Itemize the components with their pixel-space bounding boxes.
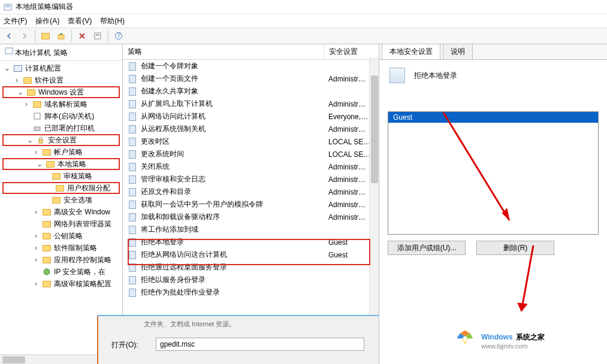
open-label: 打开(O): [111,340,138,350]
policy-name: 创建一个令牌对象 [141,61,328,71]
svg-rect-2 [5,7,10,7]
node-software-settings[interactable]: ›软件设置 [0,74,122,86]
policy-row[interactable]: 还原文件和目录Administr… [123,186,379,198]
policy-row[interactable]: 关闭系统Administr… [123,160,379,173]
titlebar: 本地组策略编辑器 [0,0,607,14]
svg-rect-9 [5,48,13,54]
policy-row[interactable]: 创建一个令牌对象 [123,60,379,72]
node-printers[interactable]: 已部署的打印机 [0,122,122,134]
window-title: 本地组策略编辑器 [16,2,73,12]
policy-row[interactable]: 创建一个页面文件Administr… [123,72,379,85]
help-button[interactable]: ? [112,29,125,43]
policy-name: 获取同一会话中另一个用户的模拟令牌 [141,199,328,210]
policy-icon [128,288,137,298]
node-computer-config[interactable]: ⌄计算机配置 [0,62,122,74]
node-adv-audit[interactable]: ›高级审核策略配置 [0,278,122,290]
add-user-button[interactable]: 添加用户或组(U)... [388,241,466,255]
node-ip-sec[interactable]: IP 安全策略，在 [0,266,122,278]
delete-button[interactable] [76,29,89,43]
policy-name: 拒绝作为批处理作业登录 [141,287,328,298]
run-dialog-fragment: 文件夹、文档或 Internet 资源。 打开(O): [97,315,379,364]
node-net-list[interactable]: 网络列表管理器策 [0,218,122,230]
policy-row[interactable]: 拒绝作为批处理作业登录 [123,286,379,299]
policy-name: 从网络访问此计算机 [141,111,328,122]
policy-name: 拒绝通过远程桌面服务登录 [141,262,328,272]
policy-name: 从远程系统强制关机 [141,124,328,134]
node-account-policy[interactable]: ›帐户策略 [0,146,122,158]
policy-row[interactable]: 拒绝以服务身份登录 [123,274,379,286]
svg-rect-5 [96,34,99,35]
selected-user[interactable]: Guest [388,112,598,123]
windows-logo-icon [455,329,475,350]
node-scripts[interactable]: 脚本(启动/关机) [0,110,122,122]
run-input[interactable] [156,338,364,351]
node-sw-restrict[interactable]: ›软件限制策略 [0,242,122,254]
policy-row[interactable]: 从扩展坞上取下计算机Administr… [123,98,379,110]
tab-description[interactable]: 说明 [443,44,473,60]
policy-row[interactable]: 创建永久共享对象 [123,85,379,98]
policy-row[interactable]: 将工作站添加到域 [123,223,379,236]
policy-icon [388,66,407,85]
menu-file[interactable]: 文件(F) [4,16,27,26]
policy-row[interactable]: 拒绝通过远程桌面服务登录 [123,261,379,274]
policy-name: 创建一个页面文件 [141,74,328,84]
svg-text:?: ? [117,32,121,40]
tab-local-security[interactable]: 本地安全设置 [382,44,440,60]
node-security-settings[interactable]: ⌄安全设置 [2,134,120,146]
policy-name: 关闭系统 [141,162,328,172]
up-button[interactable] [55,29,68,43]
policy-icon [128,225,137,235]
policy-row[interactable]: 拒绝本地登录Guest [123,236,379,248]
detail-tabs: 本地安全设置 说明 [379,44,607,60]
forward-button[interactable] [18,29,31,43]
node-security-options[interactable]: 安全选项 [0,194,122,206]
svg-rect-11 [34,127,40,131]
app-icon [4,3,12,11]
policy-icon [128,74,137,84]
policy-name: 管理审核和安全日志 [141,174,328,184]
node-audit-policy[interactable]: 审核策略 [0,170,122,182]
node-local-policy[interactable]: ⌄本地策略 [2,158,120,170]
svg-rect-12 [39,139,43,143]
run-hint: 文件夹、文档或 Internet 资源。 [144,320,235,329]
policy-icon [128,187,137,197]
open-button[interactable] [39,29,52,43]
svg-rect-10 [34,113,40,119]
svg-rect-1 [5,5,10,6]
policy-row[interactable]: 管理审核和安全日志Administr… [123,173,379,186]
tree-root[interactable]: 本地计算机 策略 [0,44,122,61]
policy-icon [128,213,137,222]
policy-row[interactable]: 从远程系统强制关机Administr… [123,123,379,135]
delete-button[interactable]: 删除(R) [476,241,554,255]
policy-name: 拒绝从网络访问这台计算机 [141,250,328,260]
brand-text: 系统之家 [516,333,545,341]
back-button[interactable] [2,29,16,43]
policy-icon [128,137,137,147]
svg-rect-6 [96,35,99,36]
policy-name: 加载和卸载设备驱动程序 [141,212,328,222]
policy-icon [128,275,137,285]
policy-row[interactable]: 更改时区LOCAL SE… [123,135,379,148]
node-windows-settings[interactable]: ⌄Windows 设置 [2,86,120,98]
toolbar: ? [0,28,607,44]
policy-row[interactable]: 更改系统时间LOCAL SE… [123,148,379,160]
col-policy[interactable]: 策略 [123,44,324,59]
policy-icon [128,62,137,71]
user-listbox[interactable]: Guest [388,111,599,235]
brand-panel: Windows 系统之家 www.bjjmlv.com [440,315,607,364]
policy-row[interactable]: 拒绝从网络访问这台计算机Guest [123,248,379,261]
policy-row[interactable]: 从网络访问此计算机Everyone,… [123,110,379,123]
menu-action[interactable]: 操作(A) [35,16,59,26]
properties-button[interactable] [91,29,104,43]
menu-view[interactable]: 查看(V) [68,16,92,26]
node-public-key[interactable]: ›公钥策略 [0,230,122,242]
policy-icon [128,99,137,109]
node-user-rights[interactable]: 用户权限分配 [2,182,120,194]
node-adv-firewall[interactable]: ›高级安全 Window [0,206,122,218]
policy-row[interactable]: 获取同一会话中另一个用户的模拟令牌Administr… [123,198,379,211]
menu-help[interactable]: 帮助(H) [100,16,125,26]
node-dns-policy[interactable]: ›域名解析策略 [0,98,122,110]
policy-row[interactable]: 加载和卸载设备驱动程序Administr… [123,211,379,223]
node-app-ctrl[interactable]: ›应用程序控制策略 [0,254,122,266]
policy-icon [128,125,137,134]
